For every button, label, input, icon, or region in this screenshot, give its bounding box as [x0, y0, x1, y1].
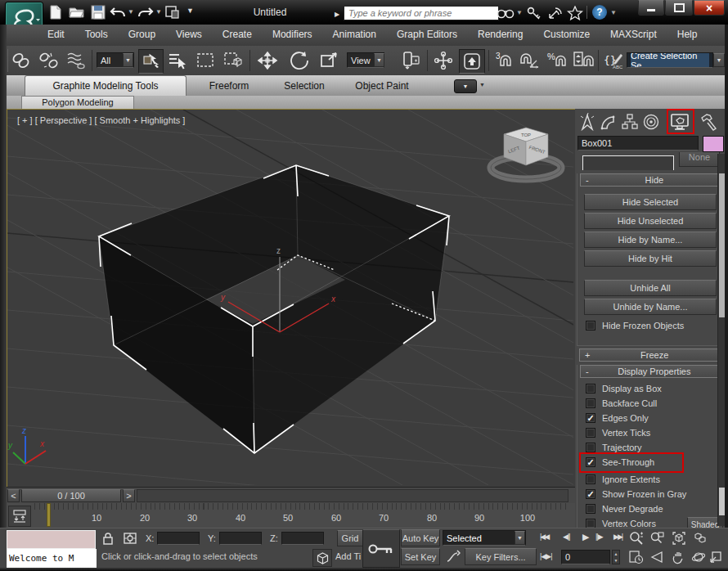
- time-slider-track[interactable]: [137, 489, 568, 502]
- time-configuration-button[interactable]: [627, 549, 646, 565]
- select-and-manipulate-icon[interactable]: [432, 50, 455, 71]
- viewport-label[interactable]: [ + ] [ Perspective ] [ Smooth + Highlig…: [17, 115, 185, 125]
- menu-rendering[interactable]: Rendering: [478, 29, 523, 40]
- never-degrade-checkbox[interactable]: [586, 504, 595, 514]
- search-binoculars-icon[interactable]: [496, 5, 515, 21]
- play-button[interactable]: ▶: [582, 532, 589, 542]
- time-slider-next-button[interactable]: >: [123, 489, 135, 502]
- select-by-name-icon[interactable]: [166, 50, 189, 71]
- frame-spinner[interactable]: ▲ ▼: [612, 550, 620, 564]
- open-file-button[interactable]: [69, 4, 85, 20]
- auto-key-button[interactable]: Auto Key: [401, 529, 440, 546]
- object-name-field[interactable]: Box001: [577, 136, 699, 151]
- snap-toggle-3d-icon[interactable]: 3: [493, 50, 515, 71]
- redo-dropdown-icon[interactable]: ▼: [155, 8, 162, 16]
- next-frame-button[interactable]: ||▶: [595, 533, 603, 541]
- track-bar-ruler[interactable]: 10 20 30 40 50 60 70 80 90 100: [34, 503, 570, 527]
- zoom-all-button[interactable]: [648, 530, 667, 546]
- subscription-key-icon[interactable]: [525, 5, 543, 21]
- y-coordinate-field[interactable]: [219, 532, 262, 545]
- pan-view-button[interactable]: [669, 549, 689, 565]
- orbit-button[interactable]: [689, 549, 708, 565]
- use-pivot-point-icon[interactable]: [398, 50, 423, 71]
- viewcube[interactable]: TOP LEFT FRONT: [491, 128, 561, 179]
- go-to-start-button[interactable]: |◀◀: [540, 533, 548, 541]
- tab-polygon-modeling[interactable]: Polygon Modeling: [21, 96, 134, 109]
- selection-filter-arrow-icon[interactable]: ▼: [123, 53, 133, 67]
- redo-button[interactable]: [137, 4, 154, 20]
- menu-create[interactable]: Create: [222, 29, 252, 40]
- set-key-button[interactable]: Set Key: [401, 548, 440, 565]
- hide-frozen-objects-checkbox[interactable]: [586, 321, 595, 330]
- listener-output-row[interactable]: Welcome to M: [7, 549, 97, 568]
- isolate-selection-toggle[interactable]: [312, 549, 332, 567]
- hide-rollout-header[interactable]: - Hide: [580, 173, 721, 187]
- edit-named-selection-sets-icon[interactable]: {}ABC: [602, 50, 623, 71]
- edges-only-checkbox[interactable]: ✓: [586, 413, 595, 423]
- vertex-colors-checkbox[interactable]: [586, 519, 595, 528]
- add-time-tag[interactable]: Add Ti: [335, 551, 361, 561]
- selected-dropdown-arrow-icon[interactable]: ▼: [515, 531, 525, 545]
- minimize-button[interactable]: [638, 0, 664, 16]
- vertex-ticks-checkbox[interactable]: [586, 428, 595, 438]
- maximize-button[interactable]: [665, 0, 693, 16]
- go-to-end-button[interactable]: ▶▶|: [613, 533, 622, 541]
- show-frozen-in-gray-checkbox[interactable]: ✓: [586, 489, 595, 499]
- scrollbar-thumb-lower[interactable]: [719, 488, 725, 515]
- unlink-selection-icon[interactable]: [38, 50, 61, 71]
- hide-unselected-button[interactable]: Hide Unselected: [584, 213, 717, 229]
- tab-utilities[interactable]: [698, 110, 719, 133]
- spinner-snap-toggle-icon[interactable]: [572, 50, 595, 71]
- rectangular-selection-region-icon[interactable]: [194, 50, 217, 71]
- mini-curve-editor-button[interactable]: [8, 506, 31, 527]
- help-icon[interactable]: ?: [592, 5, 607, 20]
- save-file-button[interactable]: [90, 4, 106, 20]
- angle-snap-toggle-icon[interactable]: [518, 50, 541, 71]
- select-and-link-icon[interactable]: [10, 50, 33, 71]
- menu-help[interactable]: Help: [677, 29, 698, 40]
- display-as-box-checkbox[interactable]: [586, 384, 595, 393]
- menu-views[interactable]: Views: [176, 29, 202, 40]
- absolute-offset-mode-toggle[interactable]: [121, 531, 139, 546]
- zoom-extents-all-button[interactable]: [690, 530, 710, 546]
- new-scene-button[interactable]: [47, 4, 64, 20]
- window-crossing-toggle-icon[interactable]: [222, 50, 245, 71]
- partial-none-button[interactable]: None: [679, 152, 720, 167]
- help-dropdown-icon[interactable]: ▼: [610, 9, 617, 16]
- project-folder-button[interactable]: [164, 4, 182, 20]
- freeze-rollout-header[interactable]: + Freeze: [579, 348, 720, 362]
- tab-graphite-modeling-tools[interactable]: Graphite Modeling Tools: [25, 75, 186, 96]
- communication-center-icon[interactable]: [546, 5, 564, 21]
- zoom-extents-button[interactable]: [669, 530, 689, 546]
- maximize-viewport-toggle[interactable]: [707, 549, 725, 565]
- default-in-out-tangents-button[interactable]: [445, 549, 461, 565]
- select-and-scale-icon[interactable]: [317, 50, 342, 71]
- ribbon-config-arrow-icon[interactable]: ▼: [479, 82, 485, 88]
- z-coordinate-field[interactable]: [281, 532, 324, 545]
- menu-tools[interactable]: Tools: [85, 29, 108, 40]
- grid-setting-button[interactable]: Grid: [337, 530, 363, 546]
- current-frame-field[interactable]: 0: [561, 550, 610, 564]
- listener-macro-row[interactable]: [7, 531, 95, 549]
- select-object-button[interactable]: [138, 49, 164, 74]
- track-bar[interactable]: 10 20 30 40 50 60 70 80 90 100: [0, 503, 575, 528]
- spinner-down-icon[interactable]: ▼: [613, 557, 619, 564]
- bind-to-space-warp-icon[interactable]: [65, 50, 88, 71]
- named-set-arrow-icon[interactable]: ▼: [713, 53, 725, 67]
- perspective-viewport[interactable]: z y x z y x TOP LEFT: [7, 109, 576, 488]
- infocenter-search-input[interactable]: [344, 6, 499, 20]
- unhide-all-button[interactable]: Unhide All: [584, 280, 717, 296]
- menu-customize[interactable]: Customize: [543, 29, 590, 40]
- time-slider-prev-button[interactable]: <: [7, 489, 20, 502]
- hide-selected-button[interactable]: Hide Selected: [584, 194, 717, 210]
- tab-object-paint[interactable]: Object Paint: [345, 79, 419, 93]
- display-properties-header[interactable]: - Display Properties: [580, 365, 721, 378]
- close-button[interactable]: ×: [694, 0, 725, 16]
- search-flyout-icon[interactable]: ▶: [332, 7, 342, 20]
- tab-motion[interactable]: [640, 110, 662, 133]
- current-frame-marker[interactable]: [47, 503, 51, 527]
- object-color-swatch[interactable]: [703, 136, 724, 152]
- select-and-rotate-icon[interactable]: [286, 50, 311, 71]
- tab-create[interactable]: [577, 110, 598, 133]
- search-dropdown-icon[interactable]: ▼: [516, 9, 523, 16]
